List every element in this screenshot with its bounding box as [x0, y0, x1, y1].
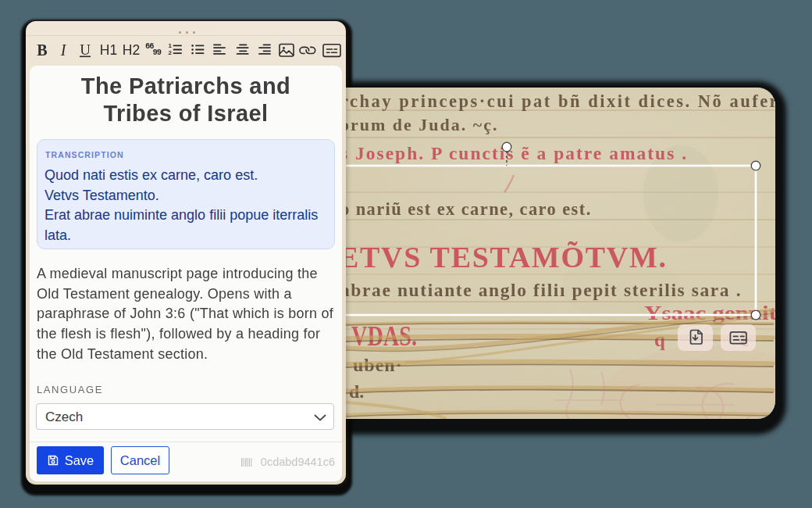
svg-text:orum de Juda. ~ç.: orum de Juda. ~ç. — [340, 115, 499, 134]
svg-text:s Joseph. P cunctis ẽ a patre: s Joseph. P cunctis ẽ a patre amatus . — [340, 143, 688, 163]
svg-text:ETVS TESTAMÕTVM.: ETVS TESTAMÕTVM. — [339, 241, 668, 274]
svg-text:H2: H2 — [123, 42, 140, 58]
svg-text:B: B — [37, 41, 47, 59]
svg-text:U: U — [80, 41, 91, 58]
svg-text:H1: H1 — [100, 42, 117, 58]
svg-text:99: 99 — [153, 48, 162, 57]
svg-text:o nariũ est ex carne, caro est: o nariũ est ex carne, caro est. — [340, 199, 592, 219]
svg-text:rchay princeps·cui pat bñ dixi: rchay princeps·cui pat bñ dixit dices. N… — [340, 91, 775, 111]
svg-text:2: 2 — [169, 49, 173, 56]
svg-text:1: 1 — [169, 42, 173, 49]
svg-text:I: I — [60, 41, 67, 59]
svg-text:abrae nutiante anglo filiı pep: abrae nutiante anglo filiı pepit sterili… — [340, 280, 742, 300]
